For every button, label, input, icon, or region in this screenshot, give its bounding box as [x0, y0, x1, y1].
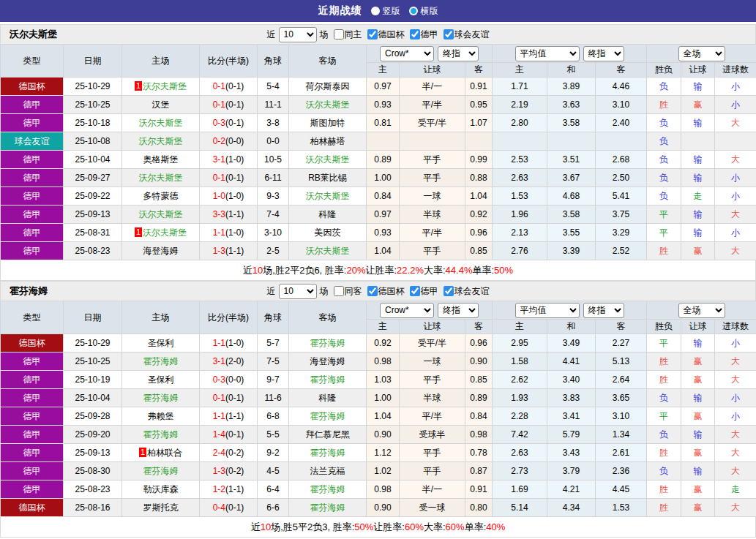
result-goals: 小 [715, 334, 756, 353]
match-date-cell: 25-09-13 [64, 206, 122, 224]
team-name: 沃尔夫斯堡 [1, 28, 57, 41]
friendly-filter-checkbox[interactable] [444, 29, 454, 39]
home-team-cell: 沃尔夫斯堡 [122, 132, 200, 151]
away-team-cell: 荷尔斯泰因 [289, 78, 367, 96]
crow-handicap: 一球 [400, 353, 465, 371]
radio-icon[interactable] [371, 7, 380, 15]
score-cell: 0-1(0-1) [200, 389, 258, 407]
avg-odds-group-header: 平均值 终指 [493, 301, 647, 320]
col-header-crow-handicap: 让球 [400, 320, 465, 334]
corner-cell: 6-4 [258, 480, 289, 499]
radio-selected-icon[interactable] [409, 7, 418, 15]
result-outcome: 负 [647, 114, 681, 132]
halftime-score: (0-1) [225, 429, 244, 440]
crow-final-odds-select[interactable]: 终指 [438, 303, 479, 318]
summary-segment: 让胜率: [373, 521, 405, 534]
match-row: 德甲25-10-19圣保利0-3(0-0)9-7霍芬海姆1.03平手0.852.… [1, 371, 756, 389]
team-link: 沃尔夫斯堡 [306, 246, 350, 256]
crow-away-odds: 0.96 [465, 224, 493, 242]
score-cell: 0-3(0-0) [200, 371, 258, 389]
result-outcome: 负 [647, 426, 681, 444]
result-handicap: 赢 [681, 444, 715, 462]
halftime-score: (0-2) [225, 448, 244, 458]
match-row: 德甲25-09-13沃尔夫斯堡3-3(1-1)7-4科隆0.97半球0.921.… [1, 206, 756, 224]
avg-away-odds: 5.41 [596, 187, 647, 206]
team-section-wolfsburg: 沃尔夫斯堡 近 10 场 同主 德国杯 德甲 球会友谊 类型 日期 主场 比分(… [0, 24, 756, 281]
recent-count-select[interactable]: 10 [279, 27, 317, 42]
team-link: 柏林赫塔 [310, 136, 345, 146]
crow-handicap: 一球 [400, 187, 465, 206]
avg-odds-select[interactable]: 平均值 [515, 46, 580, 61]
match-row: 德甲25-08-311沃尔夫斯堡1-1(1-0)3-10美因茨0.93平/半0.… [1, 224, 756, 242]
col-header-avg-away: 客 [596, 320, 647, 334]
crow-final-odds-select[interactable]: 终指 [438, 46, 479, 61]
match-date-cell: 25-09-22 [64, 187, 122, 206]
league-filter-checkbox[interactable] [410, 29, 420, 39]
match-row: 德甲25-08-23勒沃库森1-2(1-1)6-4霍芬海姆0.98半/一0.91… [1, 480, 756, 499]
score-cell: 1-1(1-1) [200, 407, 258, 426]
col-header-goals: 进球数 [715, 63, 756, 78]
league-filter-checkbox[interactable] [410, 286, 420, 296]
result-goals: 小 [715, 96, 756, 114]
scope-select[interactable]: 全场 [678, 303, 725, 318]
halftime-score: (0-1) [225, 393, 244, 403]
avg-away-odds: 2.52 [596, 242, 647, 260]
match-row: 德甲25-09-28弗赖堡1-1(1-1)6-8霍芬海姆1.04平/半0.842… [1, 407, 756, 426]
away-team-cell: 科隆 [289, 206, 367, 224]
scope-select[interactable]: 全场 [678, 46, 725, 61]
odds-provider-select[interactable]: Crow* [380, 303, 434, 318]
layout-radio-horizontal[interactable]: 横版 [409, 5, 438, 18]
team-link: 沃尔夫斯堡 [143, 81, 187, 91]
avg-odds-select[interactable]: 平均值 [515, 303, 580, 318]
corner-cell: 7-4 [258, 206, 289, 224]
result-handicap: 赢 [681, 499, 715, 517]
result-outcome: 胜 [647, 371, 681, 389]
away-team-cell: 柏林赫塔 [289, 132, 367, 151]
col-header-avg-away: 客 [596, 63, 647, 78]
score-cell: 3-1(2-0) [200, 353, 258, 371]
team-link: 弗赖堡 [148, 411, 174, 421]
result-handicap: 输 [681, 151, 715, 169]
match-row: 德甲25-09-20霍芬海姆1-4(0-1)5-5拜仁慕尼黑0.90受球半0.9… [1, 426, 756, 444]
result-goals: 小 [715, 407, 756, 426]
col-header-outcome: 胜负 [647, 63, 681, 78]
crow-home-odds: 0.90 [367, 499, 400, 517]
corner-cell: 3-10 [258, 224, 289, 242]
result-goals: 小 [715, 78, 756, 96]
recent-count-select[interactable]: 10 [279, 284, 317, 299]
cup-filter-checkbox[interactable] [367, 286, 378, 296]
avg-home-odds: 2.53 [493, 151, 547, 169]
result-outcome: 胜 [647, 353, 681, 371]
match-row: 德甲25-10-04奥格斯堡3-1(1-0)10-5沃尔夫斯堡0.89平手0.9… [1, 151, 756, 169]
result-goals: 大 [715, 353, 756, 371]
avg-home-odds: 2.63 [493, 444, 547, 462]
odds-provider-select[interactable]: Crow* [380, 46, 434, 61]
avg-home-odds: 1.71 [493, 78, 547, 96]
team-link: 科隆 [319, 209, 337, 219]
home-team-cell: 沃尔夫斯堡 [122, 114, 200, 132]
summary-segment: 让胜率: [365, 264, 397, 277]
match-type-cell: 德甲 [1, 169, 64, 187]
same-venue-checkbox[interactable] [334, 29, 344, 39]
avg-final-odds-select[interactable]: 终指 [583, 303, 624, 318]
result-handicap: 赢 [681, 353, 715, 371]
avg-home-odds: 1.93 [493, 389, 547, 407]
avg-final-odds-select[interactable]: 终指 [583, 46, 624, 61]
avg-away-odds: 2.68 [596, 151, 647, 169]
friendly-filter-checkbox[interactable] [444, 286, 454, 296]
result-goals: 大 [715, 242, 756, 260]
same-venue-checkbox[interactable] [334, 286, 344, 296]
team-section-header: 霍芬海姆 近 10 场 同客 德国杯 德甲 球会友谊 [0, 281, 756, 301]
match-date-cell: 25-09-13 [64, 444, 122, 462]
layout-radio-vertical[interactable]: 竖版 [371, 5, 400, 18]
match-row: 德甲25-10-25汉堡0-1(0-1)11-1沃尔夫斯堡0.93平/半0.95… [1, 96, 756, 114]
rank-badge: 1 [135, 81, 142, 91]
crow-home-odds: 1.12 [367, 444, 400, 462]
score-cell: 1-3(0-2) [200, 462, 258, 480]
team-link: 霍芬海姆 [310, 338, 345, 348]
summary-segment: 大率: [424, 264, 446, 277]
match-row: 德甲25-10-18沃尔夫斯堡0-3(0-1)3-8斯图加特0.81受平/半1.… [1, 114, 756, 132]
halftime-score: (1-0) [225, 191, 244, 201]
cup-filter-checkbox[interactable] [367, 29, 378, 39]
crow-handicap: 平/半 [400, 224, 465, 242]
